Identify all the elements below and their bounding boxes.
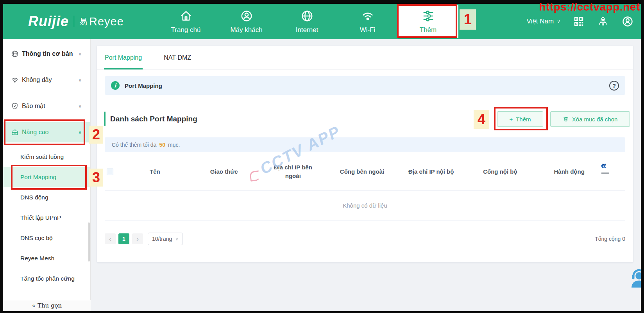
sidebar-group-label: Bảo mật <box>22 103 45 110</box>
sidebar-item-upnp[interactable]: Thiết lập UPnP <box>3 210 90 226</box>
shield-check-icon <box>11 102 19 110</box>
content-card: Port Mapping NAT-DMZ i Port Mapping ? Da… <box>97 46 633 262</box>
collapse-label: Thu gọn <box>38 302 62 309</box>
main-navigation: Trang chủ Máy khách Internet <box>156 4 458 39</box>
sidebar-item-hw-acceleration[interactable]: Tăng tốc phần cứng <box>3 271 90 286</box>
nav-item-internet[interactable]: Internet <box>277 5 337 38</box>
chevron-down-icon: ∨ <box>78 103 82 109</box>
nav-item-clients[interactable]: Máy khách <box>216 5 277 38</box>
sidebar-item-label: Thiết lập UPnP <box>20 214 61 221</box>
clients-icon <box>240 9 253 24</box>
section-accent-bar <box>104 112 106 126</box>
sidebar-group-label: Không dây <box>22 76 52 84</box>
pagination-prev-button[interactable]: ‹ <box>105 233 116 244</box>
nav-item-label: Máy khách <box>230 26 262 34</box>
sidebar-item-ddns[interactable]: DNS động <box>3 190 90 205</box>
chevron-down-icon: ∨ <box>78 77 82 83</box>
trash-icon <box>563 116 569 122</box>
sidebar-item-flow-control[interactable]: Kiểm soát luồng <box>3 149 90 165</box>
language-selector[interactable]: Việt Nam ∨ <box>527 18 560 25</box>
sidebar-item-label: DNS cục bộ <box>20 235 53 242</box>
sidebar-group-label: Nâng cao <box>22 129 49 136</box>
sidebar: Thông tin cơ bản ∨ Không dây ∨ Bảo mật ∨ <box>3 39 91 300</box>
sidebar-item-label: DNS động <box>20 194 48 201</box>
handle-bar <box>601 173 609 174</box>
column-header-external-port: Cổng bên ngoài <box>327 167 397 176</box>
rocket-icon[interactable] <box>597 16 609 27</box>
page-size-value: 10/trang <box>152 236 172 242</box>
tab-bar: Port Mapping NAT-DMZ <box>97 46 633 70</box>
section-title: Danh sách Port Mapping <box>110 111 197 127</box>
logo-divider <box>74 16 74 27</box>
chevron-down-icon: ∨ <box>175 236 179 242</box>
site-url-overlay: https://cctvapp.net <box>539 1 640 13</box>
account-icon[interactable] <box>621 15 634 28</box>
column-header-protocol: Giao thức <box>190 167 259 176</box>
logo-reyee-text: Reyee <box>89 15 124 28</box>
collapse-chevrons-icon: « <box>32 302 36 309</box>
notice-suffix: mục. <box>168 142 180 148</box>
delete-button-label: Xóa mục đã chọn <box>572 116 618 123</box>
tab-label: Port Mapping <box>105 54 142 61</box>
support-headset-icon[interactable] <box>627 268 641 292</box>
table-header-columns: Tên Giao thức Địa chỉ IP bên ngoài Cổng … <box>120 158 604 185</box>
column-header-name: Tên <box>120 167 190 176</box>
help-icon[interactable]: ? <box>609 81 619 91</box>
tab-nat-dmz[interactable]: NAT-DMZ <box>164 46 191 69</box>
notice-prefix: Có thể thêm tối đa <box>112 142 156 148</box>
globe-icon <box>301 9 314 24</box>
sidebar-item-port-mapping[interactable]: Port Mapping <box>3 167 90 187</box>
notice-max-value: 50 <box>159 142 165 148</box>
nav-item-label: Trang chủ <box>171 26 201 34</box>
language-label: Việt Nam <box>527 18 554 25</box>
page-size-select[interactable]: 10/trang ∨ <box>148 233 183 245</box>
globe-icon <box>11 50 19 58</box>
column-header-internal-port: Cổng nội bộ <box>466 167 535 176</box>
qr-code-icon[interactable] <box>573 16 585 27</box>
pagination-total: Tổng cộng 0 <box>595 233 625 245</box>
sidebar-item-local-dns[interactable]: DNS cục bộ <box>3 230 90 246</box>
more-settings-icon <box>422 9 435 24</box>
logo-ruijie-text: Ruijie <box>28 13 69 30</box>
sidebar-group-wireless[interactable]: Không dây ∨ <box>3 72 90 88</box>
sidebar-group-advanced[interactable]: Nâng cao ∧ <box>3 122 90 142</box>
chevron-down-icon: ∨ <box>557 19 560 24</box>
nav-item-home[interactable]: Trang chủ <box>156 5 216 38</box>
nav-item-wifi[interactable]: Wi-Fi <box>337 5 398 38</box>
delete-selected-button[interactable]: Xóa mục đã chọn <box>550 111 630 127</box>
add-button[interactable]: + Thêm <box>497 111 543 127</box>
app-window: Ruijie 易 Reyee Trang chủ Máy khách <box>3 4 641 311</box>
collapse-chevrons-icon: « <box>601 159 606 171</box>
sidebar-group-basic-info[interactable]: Thông tin cơ bản ∨ <box>3 46 90 62</box>
wifi-icon <box>11 76 19 84</box>
nav-item-label: Internet <box>296 26 318 34</box>
sidebar-scrollbar-thumb[interactable] <box>88 222 90 261</box>
pagination-next-button[interactable]: › <box>132 233 143 244</box>
sidebar-group-label: Thông tin cơ bản <box>22 50 73 57</box>
max-entries-notice: Có thể thêm tối đa 50 mục. <box>105 137 625 152</box>
select-all-checkbox[interactable] <box>107 169 113 175</box>
sidebar-item-reyee-mesh[interactable]: Reyee Mesh <box>3 251 90 266</box>
tab-port-mapping[interactable]: Port Mapping <box>105 46 142 69</box>
sidebar-group-security[interactable]: Bảo mật ∨ <box>3 98 90 114</box>
screenshot-frame: Ruijie 易 Reyee Trang chủ Máy khách <box>0 0 644 313</box>
sidebar-item-label: Reyee Mesh <box>20 255 54 262</box>
home-icon <box>179 9 193 24</box>
plus-icon: + <box>509 116 513 123</box>
tab-label: NAT-DMZ <box>164 54 191 61</box>
sidebar-collapse-button[interactable]: « Thu gọn <box>3 300 91 311</box>
toolbox-icon <box>11 128 19 136</box>
chevron-up-icon: ∧ <box>78 130 82 135</box>
sidebar-item-label: Kiểm soát luồng <box>20 153 64 160</box>
brand-logo: Ruijie 易 Reyee <box>28 13 124 30</box>
table-empty-state: Không có dữ liệu <box>105 190 625 221</box>
add-button-label: Thêm <box>516 116 531 123</box>
nav-item-more[interactable]: Thêm <box>398 5 458 38</box>
pagination-page-1[interactable]: 1 <box>118 233 129 244</box>
logo-cjk-glyph: 易 <box>79 16 87 27</box>
table-header: Tên Giao thức Địa chỉ IP bên ngoài Cổng … <box>97 158 633 185</box>
info-icon: i <box>111 81 120 90</box>
info-banner-title: Port Mapping <box>125 82 162 89</box>
column-header-internal-ip: Địa chỉ IP nội bộ <box>397 167 466 176</box>
sidebar-item-label: Tăng tốc phần cứng <box>20 275 75 282</box>
